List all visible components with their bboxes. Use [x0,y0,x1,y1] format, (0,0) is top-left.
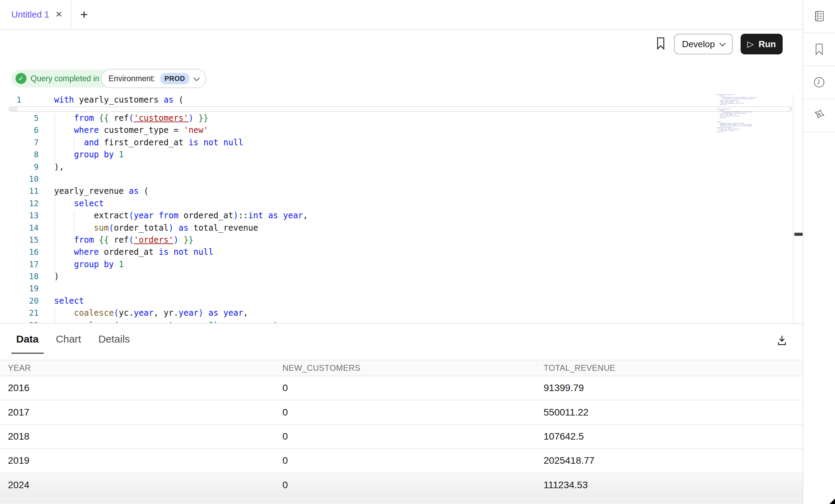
horizontal-scrollbar[interactable] [8,106,792,112]
environment-value-badge: PROD [160,73,190,84]
cell-new_customers: 0 [282,480,544,491]
cell-total_revenue: 2025418.77 [544,455,803,466]
table-row[interactable]: 2016091399.79 [0,376,803,400]
resize-corner[interactable] [829,498,835,504]
code-line[interactable]: 20select [0,295,793,307]
line-number: 15 [0,234,39,246]
line-number: 7 [0,137,39,149]
vertical-scrollbar-thumb[interactable] [794,233,803,236]
code-line-text: group by 1 [54,149,124,161]
cell-new_customers: 0 [282,455,544,466]
indent-guide [54,308,55,323]
code-line-text: ), [54,161,64,173]
code-line-text: coalesce(yc.new_customers, 0) as new_cus… [54,319,308,323]
table-row[interactable]: 20180107642.5 [0,425,803,449]
clock-history-icon [813,76,826,89]
editor-vertical-scrollbar[interactable] [793,94,803,323]
code-line[interactable]: 22 coalesce(yc.new_customers, 0) as new_… [0,319,793,323]
tab-chart[interactable]: Chart [56,333,81,345]
code-line[interactable]: 7 and first_ordered_at is not null [0,137,793,149]
code-line[interactable]: 17 group by 1 [0,259,793,271]
cell-new_customers: 0 [282,431,544,442]
code-line-text: ) [54,271,59,283]
play-icon: ▷ [747,39,753,49]
rail-item-history[interactable] [803,66,835,99]
rail-item-bookmarks[interactable] [803,33,835,66]
line-number: 10 [0,173,39,185]
column-header-new_customers: NEW_CUSTOMERS [282,363,544,373]
line-number: 12 [0,198,39,210]
code-lines: 5 from {{ ref('customers') }}6 where cus… [0,112,793,323]
code-line[interactable]: 5 from {{ ref('customers') }} [0,112,793,124]
bookmark-icon[interactable] [655,36,666,52]
tab-title: Untitled 1 [11,9,49,20]
column-header-year: YEAR [8,363,282,373]
code-line[interactable]: 18) [0,271,793,283]
dbt-logo-icon [812,108,826,122]
table-row[interactable]: 20170550011.22 [0,400,803,424]
table-header-row: YEARNEW_CUSTOMERSTOTAL_REVENUE [0,360,803,376]
code-line[interactable]: 12 select [0,198,793,210]
rail-item-dbt[interactable] [803,99,835,132]
tab-details[interactable]: Details [98,333,130,345]
cell-total_revenue: 91399.79 [544,382,803,393]
code-line[interactable]: 11yearly_revenue as ( [0,185,793,197]
table-row[interactable]: 20240111234.53 [0,473,803,497]
code-line[interactable]: 9), [0,161,793,173]
rail-item-notebook[interactable] [803,0,835,33]
code-editor[interactable]: 1with yearly_customers as ( 5 from {{ re… [0,94,793,323]
code-line-text: from {{ ref('orders') }} [54,234,194,246]
cell-new_customers: 0 [282,382,544,393]
indent-guide [54,114,55,162]
code-line[interactable]: 13 extract(year from ordered_at)::int as… [0,210,793,222]
line-number: 5 [0,112,39,124]
editor-minimap[interactable]: with yearly_customers as ( select extrac… [717,94,788,136]
check-circle-icon: ✓ [16,73,27,84]
code-line[interactable]: 19 [0,283,793,295]
table-row[interactable]: 201902025418.77 [0,449,803,473]
table-bottom-scroll-track[interactable] [0,498,803,504]
new-tab-button[interactable]: + [80,8,88,21]
environment-selector[interactable]: Environment: PROD [101,69,206,88]
line-number: 19 [0,283,39,295]
query-status-text: Query completed in 4s [31,74,110,83]
code-line[interactable]: 8 group by 1 [0,149,793,161]
code-line[interactable]: 21 coalesce(yc.year, yr.year) as year, [0,307,793,319]
code-line-text: where customer_type = 'new' [54,124,208,136]
develop-button[interactable]: Develop [674,34,733,54]
code-line-text: group by 1 [54,259,124,271]
tab-data[interactable]: Data [16,333,39,345]
line-number: 13 [0,210,39,222]
chevron-down-icon [194,75,200,81]
cell-total_revenue: 111234.53 [544,480,803,491]
horizontal-scrollbar-thumb[interactable] [17,107,790,112]
results-tabs: DataChartDetails [16,333,130,345]
cell-year: 2017 [8,407,282,418]
ide-window: Untitled 1 ✕ + Develop ▷ Run ✓ Query com… [0,0,835,504]
line-number: 21 [0,307,39,319]
cell-new_customers: 0 [282,407,544,418]
tab-bar: Untitled 1 ✕ + [0,0,803,30]
line-number: 20 [0,295,39,307]
sticky-code-line[interactable]: 1with yearly_customers as ( [0,94,793,106]
cell-year: 2016 [8,382,282,393]
code-line-text: sum(order_total) as total_revenue [54,222,258,234]
code-line[interactable]: 14 sum(order_total) as total_revenue [0,222,793,234]
download-icon[interactable] [776,334,788,348]
environment-label: Environment: [109,74,155,83]
code-line[interactable]: 10 [0,173,793,185]
code-line-text: from {{ ref('customers') }} [54,112,208,124]
code-line[interactable]: 6 where customer_type = 'new' [0,124,793,136]
line-number: 8 [0,149,39,161]
tab-untitled-1[interactable]: Untitled 1 ✕ [0,0,71,29]
code-line-text: yearly_revenue as ( [54,185,149,197]
active-tab-underline [11,353,44,354]
code-line[interactable]: 16 where ordered_at is not null [0,246,793,258]
close-icon[interactable]: ✕ [55,10,62,19]
cell-year: 2024 [8,480,282,491]
run-button[interactable]: ▷ Run [741,34,783,54]
code-line[interactable]: 15 from {{ ref('orders') }} [0,234,793,246]
indent-guide [74,138,74,150]
minimap-code: with yearly_customers as ( select extrac… [717,94,788,133]
line-number: 17 [0,259,39,271]
